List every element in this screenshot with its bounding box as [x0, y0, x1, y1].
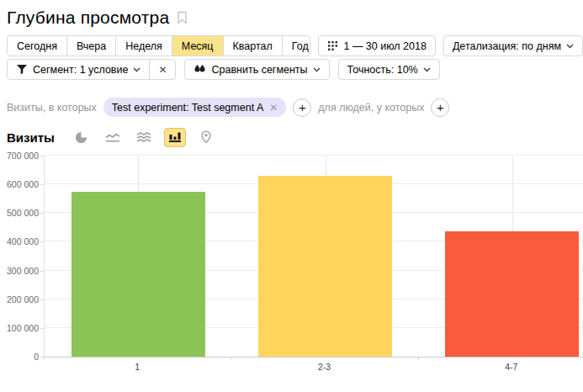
accuracy-dropdown[interactable]: Точность: 10%	[338, 59, 440, 80]
y-axis-tick	[40, 271, 44, 272]
stacked-areas-icon[interactable]	[133, 128, 155, 147]
y-axis-tick	[40, 156, 44, 156]
y-axis-tick-label: 500 000	[7, 208, 39, 218]
detail-dropdown[interactable]: Детализация: по дням	[443, 35, 583, 56]
add-visit-condition-button[interactable]: +	[293, 98, 311, 117]
segment-tag[interactable]: Test experiment: Test segment A ✕	[103, 98, 286, 117]
period-tab-week[interactable]: Неделя	[115, 36, 172, 56]
y-axis-tick-label: 300 000	[7, 266, 39, 276]
compare-drops-icon	[193, 64, 206, 75]
accuracy-label: Точность: 10%	[347, 64, 418, 76]
date-range-button[interactable]: 1 — 30 июл 2018	[318, 35, 435, 56]
pie-chart-icon[interactable]	[71, 128, 93, 147]
x-axis-tick	[44, 357, 45, 360]
x-axis-tick-label: 4-7	[505, 362, 517, 372]
y-axis-tick-label: 400 000	[7, 236, 39, 246]
x-axis-tick-label: 1	[135, 362, 140, 372]
chevron-down-icon	[423, 67, 431, 72]
x-axis-tick	[231, 357, 231, 360]
y-gridline	[45, 357, 583, 358]
compare-segments-dropdown[interactable]: Сравнить сегменты	[184, 59, 329, 80]
bar-chart-icon[interactable]	[164, 128, 186, 147]
chevron-down-icon	[133, 67, 140, 72]
y-gridline	[45, 155, 583, 156]
period-tabs: СегодняВчераНеделяМесяцКварталГод	[7, 35, 310, 56]
period-tab-today[interactable]: Сегодня	[8, 36, 66, 56]
map-pin-icon[interactable]	[195, 128, 217, 147]
people-condition-label: для людей, у которых	[318, 102, 424, 114]
y-axis-tick	[40, 328, 44, 329]
period-tab-yesterday[interactable]: Вчера	[66, 36, 115, 56]
add-people-condition-button[interactable]: +	[431, 98, 449, 117]
x-axis-tick-label: 2-3	[318, 362, 331, 372]
x-axis-tick	[418, 357, 419, 360]
segment-clear-button[interactable]: ✕	[149, 60, 175, 79]
detail-label: Детализация: по дням	[453, 40, 561, 52]
period-tab-year[interactable]: Год	[282, 36, 311, 56]
compare-label: Сравнить сегменты	[211, 64, 307, 76]
calendar-grid-icon	[327, 40, 338, 51]
date-range-label: 1 — 30 июл 2018	[343, 40, 426, 52]
tag-close-icon[interactable]: ✕	[269, 103, 278, 113]
segment-control-group: Сегмент: 1 условие ✕	[7, 59, 176, 80]
close-icon: ✕	[158, 65, 167, 75]
visits-bar-chart: 0100 000200 000300 000400 000500 000600 …	[7, 153, 583, 380]
y-axis-tick	[40, 299, 44, 300]
chevron-down-icon	[313, 67, 321, 72]
plus-icon: +	[299, 101, 306, 114]
chevron-down-icon	[566, 44, 574, 49]
filter-funnel-icon	[16, 64, 28, 75]
bar-column-2-3[interactable]	[258, 176, 392, 357]
line-chart-icon[interactable]	[102, 128, 124, 147]
y-axis-tick-label: 100 000	[7, 323, 39, 333]
visits-condition-label: Визиты, в которых	[7, 102, 97, 114]
bookmark-icon[interactable]	[177, 11, 188, 24]
y-axis-tick	[40, 184, 44, 185]
chart-plot-area	[44, 156, 583, 357]
bar-column-1[interactable]	[72, 192, 205, 357]
page-title: Глубина просмотра	[7, 8, 169, 28]
segment-label: Сегмент: 1 условие	[33, 64, 128, 76]
y-axis-tick-label: 200 000	[7, 294, 39, 305]
y-axis-tick-label: 700 000	[7, 151, 39, 161]
y-axis-tick-label: 600 000	[7, 179, 39, 189]
segment-dropdown[interactable]: Сегмент: 1 условие	[8, 60, 149, 79]
period-tab-month[interactable]: Месяц	[172, 36, 223, 56]
period-tab-quarter[interactable]: Квартал	[223, 36, 282, 56]
metric-label: Визиты	[7, 130, 55, 145]
segment-tag-label: Test experiment: Test segment A	[112, 102, 263, 114]
y-axis-tick	[40, 241, 44, 242]
bar-column-4-7[interactable]	[445, 231, 579, 357]
y-axis-tick	[40, 213, 44, 214]
y-axis-tick-label: 0	[7, 352, 39, 362]
plus-icon: +	[437, 101, 444, 114]
metrica-report-page: Глубина просмотра СегодняВчераНеделяМеся…	[0, 0, 583, 380]
